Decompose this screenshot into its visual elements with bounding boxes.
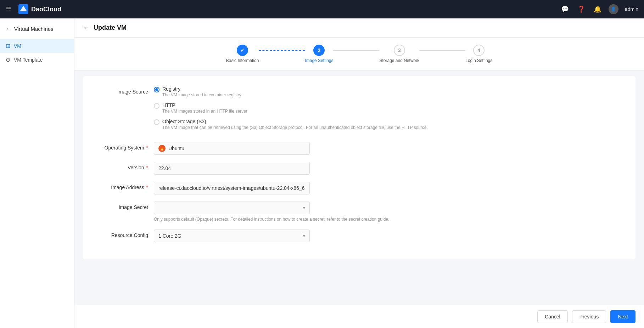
radio-title-s3: Object Storage (S3) bbox=[162, 119, 428, 124]
image-source-label: Image Source bbox=[97, 86, 154, 95]
image-address-content bbox=[154, 182, 621, 194]
template-icon: ⊙ bbox=[6, 56, 10, 63]
step-label-2: Image Settings bbox=[305, 58, 333, 63]
step-circle-1 bbox=[237, 45, 248, 56]
menu-icon[interactable]: ☰ bbox=[6, 5, 11, 13]
radio-text-http: HTTP The VM images stored in an HTTP fil… bbox=[162, 102, 247, 114]
resource-config-label: Resource Config bbox=[97, 230, 154, 238]
radio-desc-http: The VM images stored in an HTTP file ser… bbox=[162, 109, 247, 114]
page-title: Update VM bbox=[94, 24, 127, 32]
cancel-button[interactable]: Cancel bbox=[537, 310, 568, 323]
version-row: Version * bbox=[97, 162, 621, 175]
step-basic-info: Basic Information bbox=[226, 45, 259, 63]
step-number-2: 2 bbox=[318, 47, 321, 53]
help-icon[interactable]: ❓ bbox=[577, 5, 585, 13]
sidebar-item-vm-label: VM bbox=[14, 43, 21, 49]
navbar: ☰ DaoCloud 💬 ❓ 🔔 👤 admin bbox=[0, 0, 644, 18]
step-login-settings: 4 Login Settings bbox=[465, 45, 492, 63]
navbar-brand-name: DaoCloud bbox=[31, 6, 61, 13]
required-star: * bbox=[146, 145, 148, 151]
image-source-content: Registry The VM image stored in containe… bbox=[154, 86, 621, 135]
resource-config-select-wrapper: 1 Core 2G 2 Core 4G 4 Core 8G Core 26 ▼ bbox=[154, 230, 310, 242]
version-input[interactable] bbox=[154, 162, 310, 175]
radio-s3[interactable]: Object Storage (S3) The VM image that ca… bbox=[154, 119, 621, 130]
sidebar-back-label: Virtual Machines bbox=[14, 26, 54, 32]
resource-config-content: 1 Core 2G 2 Core 4G 4 Core 8G Core 26 ▼ bbox=[154, 230, 621, 242]
sidebar-back-button[interactable]: ← Virtual Machines bbox=[0, 21, 74, 36]
resource-config-select[interactable]: 1 Core 2G 2 Core 4G 4 Core 8G Core 26 bbox=[154, 230, 310, 242]
radio-text-s3: Object Storage (S3) The VM image that ca… bbox=[162, 119, 428, 130]
page-header-back-button[interactable]: ← bbox=[83, 24, 89, 32]
radio-text-registry: Registry The VM image stored in containe… bbox=[162, 86, 241, 97]
resource-config-row: Resource Config 1 Core 2G 2 Core 4G 4 Co… bbox=[97, 230, 621, 242]
version-required-star: * bbox=[146, 165, 148, 170]
ubuntu-icon: 🔥 bbox=[158, 145, 166, 152]
radio-http[interactable]: HTTP The VM images stored in an HTTP fil… bbox=[154, 102, 621, 114]
image-address-required-star: * bbox=[146, 185, 148, 190]
radio-dot-http bbox=[154, 103, 159, 109]
step-label-4: Login Settings bbox=[465, 58, 492, 63]
step-circle-4: 4 bbox=[473, 45, 485, 56]
avatar[interactable]: 👤 bbox=[609, 4, 618, 14]
footer: Cancel Previous Next bbox=[74, 305, 644, 328]
step-number-4: 4 bbox=[477, 47, 480, 53]
operating-system-content: 🔥 Ubuntu bbox=[154, 142, 621, 155]
sidebar: ← Virtual Machines ⊞ VM ⊙ VM Template bbox=[0, 18, 74, 328]
sidebar-item-vm[interactable]: ⊞ VM bbox=[0, 39, 74, 53]
admin-label: admin bbox=[625, 6, 638, 12]
content-area: ← Update VM Basic Information 2 bbox=[74, 18, 644, 328]
sidebar-nav: ⊞ VM ⊙ VM Template bbox=[0, 39, 74, 67]
radio-title-http: HTTP bbox=[162, 102, 247, 108]
image-address-label: Image Address * bbox=[97, 182, 154, 190]
image-secret-select-wrapper: ▼ bbox=[154, 202, 310, 214]
step-connector-1 bbox=[259, 50, 305, 51]
step-storage-network: 3 Storage and Network bbox=[379, 45, 419, 63]
os-value: Ubuntu bbox=[168, 146, 184, 151]
navbar-logo: DaoCloud bbox=[18, 4, 61, 14]
step-label-3: Storage and Network bbox=[379, 58, 419, 63]
radio-dot-registry bbox=[154, 87, 159, 92]
previous-button[interactable]: Previous bbox=[572, 310, 606, 323]
step-circle-2: 2 bbox=[313, 45, 325, 56]
form-scroll: Image Source Registry The VM image store… bbox=[74, 70, 644, 305]
image-secret-row: Image Secret ▼ Only supports default (Op… bbox=[97, 202, 621, 222]
image-address-row: Image Address * bbox=[97, 182, 621, 194]
radio-registry[interactable]: Registry The VM image stored in containe… bbox=[154, 86, 621, 97]
sidebar-back-arrow-icon: ← bbox=[6, 26, 11, 32]
step-connector-3 bbox=[419, 50, 465, 51]
os-input-wrapper: 🔥 Ubuntu bbox=[154, 142, 310, 155]
notification-icon[interactable]: 🔔 bbox=[594, 5, 601, 13]
step-connector-2 bbox=[333, 50, 379, 51]
sidebar-item-vm-template[interactable]: ⊙ VM Template bbox=[0, 53, 74, 67]
page-header: ← Update VM bbox=[74, 18, 644, 38]
operating-system-label: Operating System * bbox=[97, 142, 154, 151]
vm-icon: ⊞ bbox=[6, 43, 10, 49]
radio-desc-s3: The VM image that can be retrieved using… bbox=[162, 125, 428, 130]
image-address-input[interactable] bbox=[154, 182, 310, 194]
daocloud-logo-icon bbox=[18, 4, 28, 14]
step-circle-3: 3 bbox=[394, 45, 405, 56]
stepper-container: Basic Information 2 Image Settings 3 bbox=[74, 38, 644, 70]
stepper: Basic Information 2 Image Settings 3 bbox=[226, 45, 493, 63]
image-secret-select[interactable] bbox=[154, 202, 310, 214]
next-button[interactable]: Next bbox=[610, 310, 635, 323]
image-secret-content: ▼ Only supports default (Opaque) secrets… bbox=[154, 202, 621, 222]
radio-desc-registry: The VM image stored in container registr… bbox=[162, 92, 241, 97]
image-source-row: Image Source Registry The VM image store… bbox=[97, 86, 621, 135]
step-image-settings: 2 Image Settings bbox=[305, 45, 333, 63]
radio-title-registry: Registry bbox=[162, 86, 241, 92]
operating-system-row: Operating System * 🔥 Ubuntu bbox=[97, 142, 621, 155]
sidebar-item-vm-template-label: VM Template bbox=[14, 57, 43, 63]
form-card: Image Source Registry The VM image store… bbox=[83, 76, 635, 259]
image-secret-label: Image Secret bbox=[97, 202, 154, 210]
main-layout: ← Virtual Machines ⊞ VM ⊙ VM Template ← … bbox=[0, 18, 644, 328]
radio-dot-s3 bbox=[154, 119, 159, 125]
checkmark-icon bbox=[240, 47, 245, 53]
chat-icon[interactable]: 💬 bbox=[561, 5, 569, 13]
version-content bbox=[154, 162, 621, 175]
step-label-1: Basic Information bbox=[226, 58, 259, 63]
version-label: Version * bbox=[97, 162, 154, 170]
image-secret-hint: Only supports default (Opaque) secrets. … bbox=[154, 216, 621, 222]
step-number-3: 3 bbox=[398, 47, 401, 53]
